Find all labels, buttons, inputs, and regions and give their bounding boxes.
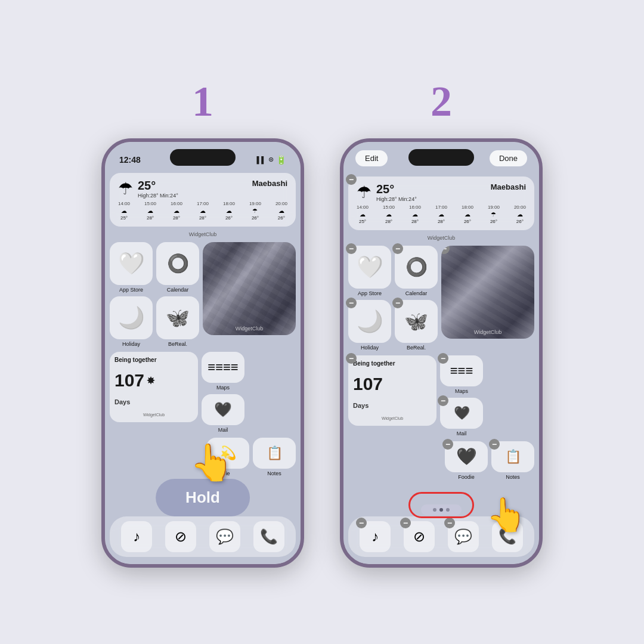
couple-widget-1: Being together 107 ✸ Days WidgetClub [110, 352, 198, 422]
couple-days-1: Days [114, 398, 193, 405]
couple-title-1: Being together [114, 357, 193, 363]
apps-row-1: 🤍 App Store 🌙 Holiday [110, 242, 296, 347]
marble-widget-label-2: WidgetClub [441, 329, 534, 335]
dock-1: ♪ ⊘ 💬 📞 [110, 516, 296, 557]
dot-2 [439, 508, 443, 512]
bereal-icon-2[interactable]: − 🦋 BeReal. [395, 300, 438, 351]
weather-minus-badge[interactable]: − [346, 174, 357, 185]
holiday-icon-2[interactable]: − 🌙 Holiday [348, 300, 391, 351]
couple-row-1: Being together 107 ✸ Days WidgetClub [110, 352, 296, 433]
weather-city-1: Maebashi [252, 179, 287, 188]
couple-widget-2: − Being together 107 Days WidgetClub [348, 355, 436, 426]
weather-subtitle-1: High:28° Min:24° [138, 193, 178, 199]
edit-done-bar: Edit Done [343, 150, 539, 166]
marble-widget-label-1: WidgetClub [203, 326, 296, 332]
widget-club-label-2: WidgetClub [348, 235, 534, 241]
app-store-icon-2[interactable]: − 🤍 App Store [348, 246, 391, 296]
dock-phone-1[interactable]: 📞 [253, 521, 284, 552]
dynamic-island-1 [170, 149, 236, 166]
couple-days-2: Days [353, 402, 432, 409]
couple-title-2: Being together [353, 360, 432, 367]
hand-cursor-2: 👆 [486, 496, 527, 534]
mail-icon-2[interactable]: − 🖤 Mail [440, 398, 483, 436]
weather-widget-1: ☂ 25° High:28° Min:24° Maebashi 14:00☁25… [110, 173, 296, 227]
couple-widget-label-1: WidgetClub [114, 413, 193, 417]
weather-city-2: Maebashi [491, 182, 526, 191]
weather-temp-2: 25° [376, 182, 417, 196]
umbrella-icon-1: ☂ [118, 179, 133, 199]
holiday-icon-1[interactable]: 🌙 Holiday [110, 296, 153, 347]
dot-3 [446, 508, 450, 512]
notes-icon-2[interactable]: − 📋 Notes [491, 441, 534, 480]
couple-widget-label-2: WidgetClub [353, 416, 432, 420]
app-store-minus[interactable]: − [346, 243, 357, 254]
phone-1: 12:48 ▌▌⊛🔋 ☂ 25° Hi [101, 138, 304, 568]
done-button[interactable]: Done [490, 150, 527, 166]
couple-row-2: − Being together 107 Days WidgetClub − ≡… [348, 355, 534, 436]
marble-widget-1: WidgetClub [203, 242, 296, 335]
widget-club-label-1: WidgetClub [110, 231, 296, 237]
dock-item-chat-2: − 💬 [448, 521, 479, 552]
apps-row-2: − 🤍 App Store − 🌙 [348, 246, 534, 351]
hold-button-1[interactable]: Hold [156, 479, 250, 516]
mail-icon-1[interactable]: 🖤 Mail [202, 394, 244, 433]
dock-item-noexit-2: − ⊘ [404, 521, 435, 552]
status-icons-1: ▌▌⊛🔋 [256, 155, 286, 165]
app-store-icon-1[interactable]: 🤍 App Store [110, 242, 153, 293]
foodie-icon-2[interactable]: − 🖤 Foodie [445, 441, 488, 480]
step-2: 2 Edit Done − ☂ [340, 77, 543, 568]
dock-music-minus[interactable]: − [356, 518, 367, 528]
foodie-minus[interactable]: − [442, 439, 453, 450]
dot-1 [433, 508, 436, 512]
holiday-minus[interactable]: − [346, 298, 357, 308]
step-1-number: 1 [192, 77, 213, 126]
maps-icon-1[interactable]: ≡≡≡≡ Maps [202, 352, 244, 391]
dock-noexit-minus[interactable]: − [400, 518, 411, 528]
dock-music-1[interactable]: ♪ [121, 521, 152, 552]
notes-icon-1[interactable]: 📋 Notes [253, 438, 296, 476]
couple-number-1: 107 ✸ [114, 370, 193, 391]
dock-chat-minus[interactable]: − [444, 518, 455, 528]
weather-hours-2: 14:00☁25° 15:00☁28° 16:00☁28° 17:00☁28° … [357, 205, 526, 224]
hand-cursor-1: 👆 [190, 441, 234, 484]
step-2-number: 2 [431, 77, 452, 126]
step-1: 1 12:48 ▌▌⊛🔋 ☂ [101, 77, 304, 568]
calendar-icon-2[interactable]: − ⭕ Calendar [395, 246, 438, 296]
weather-subtitle-2: High:28° Min:24° [376, 196, 417, 202]
weather-widget-2: − ☂ 25° High:28° Min:24° Maebashi [348, 177, 534, 230]
calendar-icon-1[interactable]: ⭕ Calendar [156, 242, 199, 293]
weather-temp-1: 25° [138, 179, 178, 193]
bereal-minus[interactable]: − [392, 298, 403, 308]
maps-minus[interactable]: − [438, 353, 448, 364]
edit-button[interactable]: Edit [355, 150, 388, 166]
bereal-icon-1[interactable]: 🦋 BeReal. [156, 296, 199, 347]
couple-minus[interactable]: − [346, 353, 357, 364]
phone-2: Edit Done − ☂ 25° High:28° Min: [340, 138, 543, 568]
calendar-minus[interactable]: − [392, 243, 403, 254]
marble-widget-2: − WidgetClub [441, 246, 534, 339]
mail-minus[interactable]: − [438, 395, 448, 406]
dock-item-music-2: − ♪ [360, 521, 391, 552]
couple-number-2: 107 [353, 374, 432, 394]
dock-chat-1[interactable]: 💬 [209, 521, 240, 552]
maps-icon-2[interactable]: − ≡≡≡ Maps [440, 355, 483, 394]
weather-hours-1: 14:00☁25° 15:00☁28° 16:00☁28° 17:00☁28° … [118, 201, 287, 221]
dock-dots-indicator[interactable] [421, 504, 462, 515]
bottom-apps-2: − 🖤 Foodie − 📋 Notes [348, 441, 534, 480]
status-time-1: 12:48 [119, 155, 141, 165]
notes-minus[interactable]: − [489, 439, 500, 450]
dock-noexit-1[interactable]: ⊘ [165, 521, 196, 552]
umbrella-icon-2: ☂ [357, 182, 371, 202]
